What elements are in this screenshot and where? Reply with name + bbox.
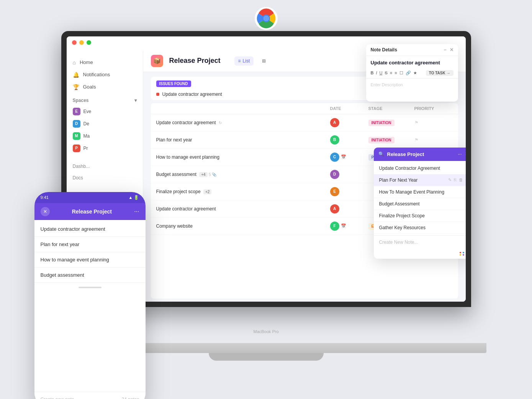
phone-close-btn[interactable]: ✕ (41, 207, 50, 216)
view-tabs: ≡ List ⊞ (234, 56, 270, 66)
create-note-placeholder: Create New Note... (379, 240, 418, 245)
sidebar-item-pr[interactable]: P Pr (67, 142, 143, 154)
table-row[interactable]: Plan for next year B INITIATION ⚑ (151, 131, 458, 149)
notes-item-0[interactable]: Update Contractor Agreement (374, 163, 466, 174)
notes-item-1-actions: ✎ ⎘ 🗑 + (448, 177, 465, 182)
sidebar-space-pr-label: Pr (83, 146, 88, 151)
phone-note-item-2[interactable]: How to manage event planning (34, 252, 146, 268)
sidebar-item-ma[interactable]: M Ma (67, 130, 143, 142)
to-task-btn[interactable]: TO TASK → (426, 70, 453, 76)
sidebar-item-dashboard[interactable]: Dashb... (67, 161, 143, 172)
issue-text: Update contractor agreement (162, 92, 222, 97)
note-popup-title-label: Note Details (371, 47, 397, 53)
avatar-3: C (330, 153, 339, 162)
traffic-light-red[interactable] (72, 40, 77, 45)
phone-note-list: Update contractor agreement Plan for nex… (34, 220, 146, 284)
task-name-3: How to manage event planning (156, 154, 330, 160)
sidebar-item-goals[interactable]: 🏆 Goals (67, 81, 143, 93)
avatar-7: F (330, 222, 339, 231)
task-name-4: Budget assessment +4 5 📎 (156, 172, 330, 177)
trophy-icon: 🏆 (73, 84, 79, 90)
bullet-btn[interactable]: ≡ (390, 71, 392, 75)
phone-project-title: Release Project (72, 209, 112, 215)
sidebar-item-de[interactable]: D De (67, 118, 143, 130)
traffic-light-green[interactable] (87, 40, 91, 45)
note-description[interactable]: Enter Description (366, 79, 458, 102)
docs-label: Docs (73, 175, 83, 181)
close-btn[interactable]: ✕ (450, 47, 453, 53)
phone-note-item-3[interactable]: Budget assessment (34, 268, 146, 283)
italic-btn[interactable]: I (376, 71, 377, 75)
bell-icon: 🔔 (73, 72, 79, 78)
edit-icon[interactable]: ✎ (448, 177, 452, 182)
col-stage: STAGE (368, 106, 414, 111)
sidebar-item-notifications[interactable]: 🔔 Notifications (67, 69, 143, 81)
sidebar-label-home: Home (80, 59, 93, 65)
tab-list[interactable]: ≡ List (234, 56, 254, 66)
sidebar-item-docs[interactable]: Docs (67, 172, 143, 184)
task-name-2: Plan for next year (156, 137, 330, 143)
ordered-btn[interactable]: ≡ (394, 71, 397, 75)
traffic-light-yellow[interactable] (79, 40, 84, 45)
dot-blue (463, 252, 464, 253)
avatar-1: A (330, 118, 339, 127)
notes-close-btn[interactable]: ✕ (465, 151, 466, 157)
phone-note-item-1[interactable]: Plan for next year (34, 237, 146, 252)
table-row[interactable]: Update contractor agreement ↻ A INITIATI… (151, 114, 458, 131)
sidebar-space-eve-label: Eve (83, 109, 92, 114)
dots-grid (460, 252, 466, 256)
dashboard-label: Dashb... (73, 164, 90, 169)
minimize-btn[interactable]: − (444, 47, 446, 53)
underline-btn[interactable]: U (380, 71, 383, 75)
link-btn[interactable]: 🔗 (406, 71, 411, 76)
notes-search-icon[interactable]: 🔍 (378, 151, 384, 157)
phone-status-bar: 9:41 ▲ 🔋 (34, 192, 146, 203)
mobile-phone: 9:41 ▲ 🔋 ✕ Release Project ··· Update co… (34, 192, 146, 399)
notes-create-area[interactable]: Create New Note... (374, 235, 466, 249)
list-icon: ≡ (238, 58, 241, 64)
macbook-label: MacBook Pro (253, 329, 278, 334)
spaces-chevron: ▾ (134, 98, 137, 103)
calendar-icon-3: 📅 (341, 154, 346, 159)
notes-item-text-0: Update Contractor Agreement (379, 166, 440, 171)
notes-panel-title: Release Project (387, 151, 455, 157)
task-name-6: Update contractor agreement (156, 206, 330, 212)
note-title: Update contractor agreement (366, 56, 458, 68)
notes-item-4[interactable]: Finalize Project Scope (374, 210, 466, 222)
phone-footer-placeholder[interactable]: Create new note (41, 397, 74, 399)
phone-note-text-1: Plan for next year (41, 241, 80, 247)
phone-header: ✕ Release Project ··· (34, 203, 146, 220)
col-priority: PRIORITY (414, 106, 453, 111)
copy-icon[interactable]: ⎘ (454, 177, 457, 182)
sidebar-item-eve[interactable]: E Eve (67, 105, 143, 118)
notes-item-1[interactable]: Plan For Next Year ✎ ⎘ 🗑 + (374, 174, 466, 186)
calendar-icon-7: 📅 (341, 223, 346, 228)
sidebar-label-notifications: Notifications (83, 72, 110, 77)
tab-board[interactable]: ⊞ (258, 56, 270, 66)
task-name-7: Company website (156, 223, 330, 229)
notes-item-text-5: Gather Key Resources (379, 225, 426, 230)
notes-more-btn[interactable]: ··· (458, 151, 462, 157)
phone-note-item-0[interactable]: Update contractor agreement (34, 222, 146, 237)
flag-icon-1: ⚑ (414, 120, 419, 125)
phone-note-text-0: Update contractor agreement (41, 226, 105, 232)
strikethrough-btn[interactable]: S (385, 71, 387, 75)
project-icon: 📦 (151, 55, 163, 67)
sidebar-label-goals: Goals (83, 84, 96, 90)
phone-more-btn[interactable]: ··· (134, 208, 139, 215)
stage-badge-1: INITIATION (368, 120, 394, 126)
bold-btn[interactable]: B (371, 71, 374, 75)
pr-badge: P (73, 144, 80, 152)
notes-list: Update Contractor Agreement Plan For Nex… (374, 161, 466, 235)
issue-dot (156, 93, 159, 96)
notes-item-3[interactable]: Budget Assessment (374, 198, 466, 210)
flag-icon-2: ⚑ (414, 137, 419, 143)
avatar-6: A (330, 204, 339, 213)
checkbox-btn[interactable]: ☐ (399, 71, 403, 76)
delete-icon[interactable]: 🗑 (459, 177, 463, 182)
notes-item-5[interactable]: Gather Key Resources (374, 222, 466, 234)
notes-item-2[interactable]: How To Manage Event Planning (374, 186, 466, 198)
star-btn[interactable]: ★ (413, 71, 417, 76)
sidebar-item-home[interactable]: ⌂ Home (67, 56, 143, 69)
notes-item-text-4: Finalize Project Scope (379, 213, 425, 218)
